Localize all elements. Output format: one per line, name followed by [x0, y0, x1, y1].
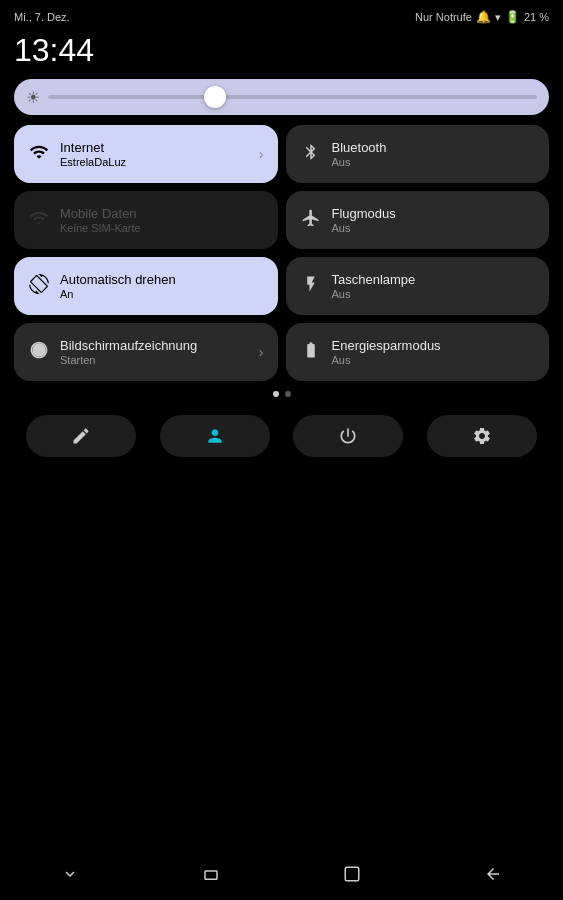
status-right: Nur Notrufe 🔔 ▾ 🔋 21 % — [415, 10, 549, 24]
screen-record-label: Bildschirmaufzeichnung — [60, 338, 249, 354]
plane-icon — [300, 208, 322, 233]
mobile-data-sub: Keine SIM-Karte — [60, 222, 264, 234]
svg-point-0 — [32, 343, 45, 356]
signal-icon — [28, 208, 50, 233]
wifi-icon — [28, 142, 50, 167]
status-bar: Mi., 7. Dez. Nur Notrufe 🔔 ▾ 🔋 21 % — [0, 0, 563, 28]
tile-auto-rotate[interactable]: Automatisch drehen An — [14, 257, 278, 315]
brightness-slider[interactable]: ☀ — [14, 79, 549, 115]
taschenlampe-text: Taschenlampe Aus — [332, 272, 536, 301]
tile-flugmodus[interactable]: Flugmodus Aus — [286, 191, 550, 249]
energy-save-label: Energiesparmodus — [332, 338, 536, 354]
tile-mobile-data[interactable]: Mobile Daten Keine SIM-Karte — [14, 191, 278, 249]
page-dot-1 — [273, 391, 279, 397]
battery-save-icon — [300, 340, 322, 365]
screen-record-text: Bildschirmaufzeichnung Starten — [60, 338, 249, 367]
nav-back-button[interactable] — [464, 857, 522, 896]
page-dot-2 — [285, 391, 291, 397]
action-bar — [0, 411, 563, 461]
page-dots — [0, 391, 563, 397]
internet-chevron: › — [259, 146, 264, 162]
settings-button[interactable] — [427, 415, 537, 457]
brightness-track — [48, 95, 537, 99]
battery-icon: 🔋 — [505, 10, 520, 24]
taschenlampe-label: Taschenlampe — [332, 272, 536, 288]
bluetooth-sub: Aus — [332, 156, 536, 168]
flugmodus-text: Flugmodus Aus — [332, 206, 536, 235]
screen-record-sub: Starten — [60, 354, 249, 366]
auto-rotate-text: Automatisch drehen An — [60, 272, 264, 301]
power-button[interactable] — [293, 415, 403, 457]
bluetooth-icon — [300, 142, 322, 167]
auto-rotate-sub: An — [60, 288, 264, 300]
internet-text: Internet EstrelaDaLuz — [60, 140, 249, 169]
energy-save-sub: Aus — [332, 354, 536, 366]
nav-recents-button[interactable] — [182, 857, 240, 896]
edit-button[interactable] — [26, 415, 136, 457]
tile-bluetooth[interactable]: Bluetooth Aus — [286, 125, 550, 183]
user-button[interactable] — [160, 415, 270, 457]
tile-screen-record[interactable]: Bildschirmaufzeichnung Starten › — [14, 323, 278, 381]
flugmodus-label: Flugmodus — [332, 206, 536, 222]
tile-taschenlampe[interactable]: Taschenlampe Aus — [286, 257, 550, 315]
screen-record-chevron: › — [259, 344, 264, 360]
status-notrufe: Nur Notrufe — [415, 11, 472, 23]
auto-rotate-label: Automatisch drehen — [60, 272, 264, 288]
flashlight-icon — [300, 274, 322, 299]
nav-bar — [0, 852, 563, 900]
bluetooth-label: Bluetooth — [332, 140, 536, 156]
mobile-data-text: Mobile Daten Keine SIM-Karte — [60, 206, 264, 235]
internet-sub: EstrelaDaLuz — [60, 156, 249, 168]
nav-down-button[interactable] — [41, 857, 99, 896]
notification-icon: 🔔 — [476, 10, 491, 24]
status-date: Mi., 7. Dez. — [14, 11, 70, 23]
nav-home-button[interactable] — [323, 857, 381, 896]
wifi-status-icon: ▾ — [495, 11, 501, 24]
tile-energy-save[interactable]: Energiesparmodus Aus — [286, 323, 550, 381]
bluetooth-text: Bluetooth Aus — [332, 140, 536, 169]
battery-level: 21 % — [524, 11, 549, 23]
svg-rect-1 — [345, 867, 359, 881]
status-time: 13:44 — [0, 28, 563, 73]
record-icon — [28, 340, 50, 365]
rotate-icon — [28, 274, 50, 299]
brightness-thumb — [204, 86, 226, 108]
mobile-data-label: Mobile Daten — [60, 206, 264, 222]
brightness-icon: ☀ — [26, 88, 40, 107]
internet-label: Internet — [60, 140, 249, 156]
taschenlampe-sub: Aus — [332, 288, 536, 300]
energy-save-text: Energiesparmodus Aus — [332, 338, 536, 367]
flugmodus-sub: Aus — [332, 222, 536, 234]
quick-tiles-grid: Internet EstrelaDaLuz › Bluetooth Aus Mo… — [0, 125, 563, 381]
tile-internet[interactable]: Internet EstrelaDaLuz › — [14, 125, 278, 183]
